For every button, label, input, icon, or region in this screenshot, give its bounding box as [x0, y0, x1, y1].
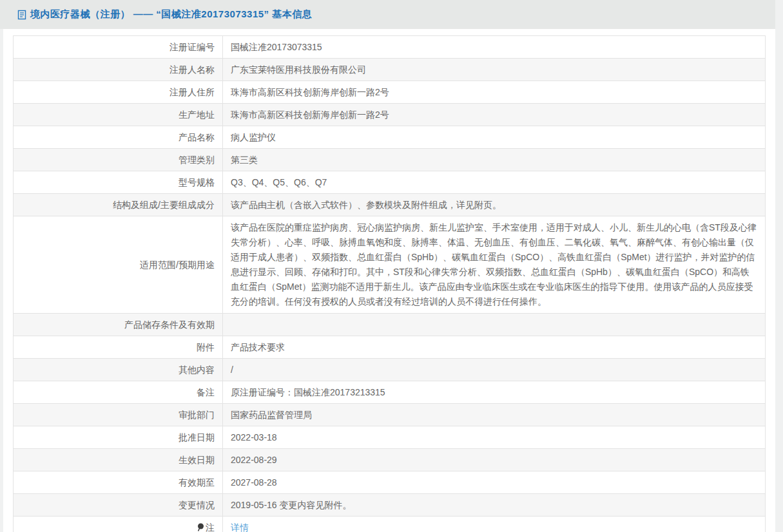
page: 境内医疗器械（注册） —— “国械注准20173073315” 基本信息 注册证…	[0, 0, 783, 532]
row-value-text: 第三类	[231, 155, 258, 165]
row-label: 注册证编号	[14, 36, 223, 59]
registration-info-table: 注册证编号国械注准20173073315注册人名称广东宝莱特医用科技股份有限公司…	[13, 35, 766, 532]
row-value-text: 国家药品监督管理局	[231, 410, 312, 420]
content-panel: 注册证编号国械注准20173073315注册人名称广东宝莱特医用科技股份有限公司…	[3, 29, 775, 532]
row-label: 有效期至	[14, 471, 223, 494]
row-value: 2027-08-28	[223, 471, 766, 494]
page-header: 境内医疗器械（注册） —— “国械注准20173073315” 基本信息	[0, 0, 775, 29]
detail-link[interactable]: 详情	[231, 522, 249, 532]
row-label: 产品名称	[14, 126, 223, 149]
row-value: 原注册证编号：国械注准20173213315	[223, 381, 766, 404]
row-label-text: 注册证编号	[169, 42, 215, 52]
row-label: 附件	[14, 336, 223, 359]
row-value-text: 2022-03-18	[231, 432, 277, 442]
row-value-text: 该产品由主机（含嵌入式软件）、参数模块及附件组成，详见附页。	[231, 200, 501, 210]
page-title: 境内医疗器械（注册） —— “国械注准20173073315” 基本信息	[30, 8, 312, 21]
table-row: 注详情	[14, 517, 766, 532]
row-value: 广东宝莱特医用科技股份有限公司	[223, 59, 766, 81]
table-row: 批准日期2022-03-18	[14, 426, 766, 449]
row-label: 变更情况	[14, 494, 223, 517]
row-value-text: 国械注准20173073315	[231, 42, 322, 52]
row-label-text: 注	[206, 522, 215, 532]
row-value-text: 该产品在医院的重症监护病房、冠心病监护病房、新生儿监护室、手术室使用，适用于对成…	[231, 222, 757, 307]
row-value: 珠海市高新区科技创新海岸创新一路2号	[223, 81, 766, 104]
row-value-text: 2019-05-16 变更内容见附件。	[231, 500, 352, 510]
row-label: 其他内容	[14, 359, 223, 381]
row-label-text: 管理类别	[179, 155, 215, 165]
table-row: 生产地址珠海市高新区科技创新海岸创新一路2号	[14, 104, 766, 126]
row-label-text: 适用范围/预期用途	[140, 260, 215, 270]
row-value-text: /	[231, 365, 233, 375]
row-value: 国械注准20173073315	[223, 36, 766, 59]
table-row: 备注原注册证编号：国械注准20173213315	[14, 381, 766, 404]
row-label: 管理类别	[14, 149, 223, 171]
row-value: 产品技术要求	[223, 336, 766, 359]
row-label-text: 注册人住所	[169, 87, 215, 97]
row-label-text: 生效日期	[179, 455, 215, 465]
row-label: 生产地址	[14, 104, 223, 126]
row-label-text: 备注	[197, 387, 215, 397]
row-value: 2019-05-16 变更内容见附件。	[223, 494, 766, 517]
row-label: 注册人名称	[14, 59, 223, 81]
registration-table-body: 注册证编号国械注准20173073315注册人名称广东宝莱特医用科技股份有限公司…	[14, 36, 766, 532]
table-row: 型号规格Q3、Q4、Q5、Q6、Q7	[14, 171, 766, 194]
row-value-text: 病人监护仪	[231, 132, 276, 142]
row-label-text: 有效期至	[179, 477, 215, 488]
row-label: 型号规格	[14, 171, 223, 194]
row-value: 该产品在医院的重症监护病房、冠心病监护病房、新生儿监护室、手术室使用，适用于对成…	[223, 216, 766, 314]
document-icon	[17, 10, 26, 20]
row-label-text: 附件	[197, 342, 215, 352]
row-value: 第三类	[223, 149, 766, 171]
table-row: 结构及组成/主要组成成分该产品由主机（含嵌入式软件）、参数模块及附件组成，详见附…	[14, 194, 766, 216]
row-value: Q3、Q4、Q5、Q6、Q7	[223, 171, 766, 194]
row-value: 2022-08-29	[223, 449, 766, 471]
row-label: 审批部门	[14, 404, 223, 426]
row-label-text: 结构及组成/主要组成成分	[113, 200, 215, 210]
table-row: 产品名称病人监护仪	[14, 126, 766, 149]
row-value-text: 2022-08-29	[231, 455, 277, 465]
row-label: 注	[14, 517, 223, 532]
table-row: 其他内容/	[14, 359, 766, 381]
table-row: 注册人名称广东宝莱特医用科技股份有限公司	[14, 59, 766, 81]
row-label-text: 型号规格	[179, 177, 215, 187]
row-label-text: 变更情况	[179, 500, 215, 510]
row-label-text: 产品名称	[179, 132, 215, 142]
row-value: /	[223, 359, 766, 381]
table-row: 适用范围/预期用途该产品在医院的重症监护病房、冠心病监护病房、新生儿监护室、手术…	[14, 216, 766, 314]
row-value-text: 原注册证编号：国械注准20173213315	[231, 387, 385, 397]
row-value-text: 广东宝莱特医用科技股份有限公司	[231, 64, 366, 75]
table-row: 注册人住所珠海市高新区科技创新海岸创新一路2号	[14, 81, 766, 104]
row-label-text: 生产地址	[179, 109, 215, 120]
row-value-text: 珠海市高新区科技创新海岸创新一路2号	[231, 87, 389, 97]
row-value-text: 2027-08-28	[231, 477, 277, 488]
row-label: 批准日期	[14, 426, 223, 449]
table-row: 产品储存条件及有效期	[14, 314, 766, 336]
row-value-text: 产品技术要求	[231, 342, 285, 352]
row-value: 2022-03-18	[223, 426, 766, 449]
row-label: 生效日期	[14, 449, 223, 471]
table-row: 变更情况2019-05-16 变更内容见附件。	[14, 494, 766, 517]
row-label-text: 审批部门	[179, 410, 215, 420]
row-value	[223, 314, 766, 336]
row-label-text: 其他内容	[179, 365, 215, 375]
row-value: 珠海市高新区科技创新海岸创新一路2号	[223, 104, 766, 126]
row-value: 该产品由主机（含嵌入式软件）、参数模块及附件组成，详见附页。	[223, 194, 766, 216]
note-icon	[197, 523, 204, 532]
row-value: 国家药品监督管理局	[223, 404, 766, 426]
table-row: 审批部门国家药品监督管理局	[14, 404, 766, 426]
table-row: 附件产品技术要求	[14, 336, 766, 359]
table-row: 有效期至2027-08-28	[14, 471, 766, 494]
table-row: 生效日期2022-08-29	[14, 449, 766, 471]
row-label-text: 批准日期	[179, 432, 215, 442]
row-label: 结构及组成/主要组成成分	[14, 194, 223, 216]
row-label: 备注	[14, 381, 223, 404]
row-value: 病人监护仪	[223, 126, 766, 149]
row-value: 详情	[223, 517, 766, 532]
table-row: 注册证编号国械注准20173073315	[14, 36, 766, 59]
table-row: 管理类别第三类	[14, 149, 766, 171]
row-value-text: 珠海市高新区科技创新海岸创新一路2号	[231, 109, 389, 120]
row-label: 适用范围/预期用途	[14, 216, 223, 314]
row-label-text: 注册人名称	[169, 64, 215, 75]
row-value-text: Q3、Q4、Q5、Q6、Q7	[231, 177, 327, 187]
row-label: 注册人住所	[14, 81, 223, 104]
